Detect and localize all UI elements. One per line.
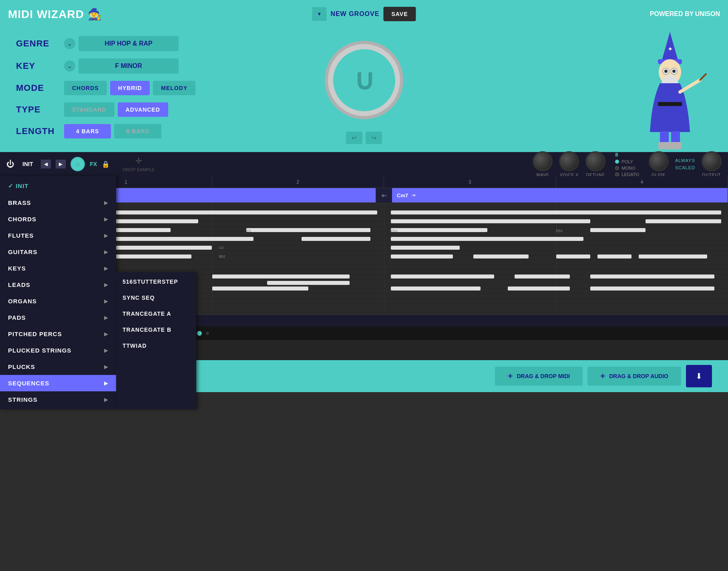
menu-plucked-strings[interactable]: PLUCKED STRINGS ▶ <box>0 342 116 359</box>
voice-knob[interactable] <box>559 151 579 171</box>
redo-button[interactable]: ↪ <box>366 132 382 144</box>
bar-4: 4 <box>556 176 728 188</box>
mono-radio[interactable]: MONO <box>615 166 639 170</box>
length-4bars-btn[interactable]: 4 BARS <box>64 124 111 138</box>
genre-label: GENRE <box>16 38 56 49</box>
menu-leads-label: LEADS <box>8 281 30 288</box>
submenu-ttwiad[interactable]: TTWIAD <box>116 338 196 354</box>
groove-dropdown-btn[interactable]: ▼ <box>312 7 327 21</box>
menu-pads[interactable]: PADS ▶ <box>0 309 116 326</box>
genre-control: ⌄ HIP HOP & RAP <box>64 36 179 51</box>
drop-sample-area[interactable]: ✛ DROP SAMPLE <box>115 156 163 172</box>
save-button[interactable]: SAVE <box>383 7 416 21</box>
genre-chevron-icon[interactable]: ⌄ <box>64 38 75 49</box>
type-control: STANDARD ADVANCED <box>64 102 168 117</box>
menu-pitched-percs-label: PITCHED PERCS <box>8 331 62 337</box>
menu-guitars[interactable]: GUITARS ▶ <box>0 244 116 260</box>
drag-drop-audio-btn[interactable]: ✛ DRAG & DROP AUDIO <box>587 367 681 386</box>
wizard-svg: ✦ <box>620 28 720 152</box>
submenu-trancegate-b-label: TRANCEGATE B <box>123 327 171 333</box>
submenu-trancegate-a[interactable]: TRANCEGATE A <box>116 306 196 322</box>
undo-button[interactable]: ↩ <box>346 132 362 144</box>
circle-outer: ∪ <box>328 44 400 116</box>
next-button[interactable]: ▶ <box>56 160 66 168</box>
top-center: ▼ NEW GROOVE SAVE <box>312 7 416 21</box>
mode-chords-btn[interactable]: CHORDS <box>64 81 107 95</box>
submenu-trancegate-b[interactable]: TRANCEGATE B <box>116 322 196 338</box>
menu-overlay: ✓ INIT BRASS ▶ CHORDS ▶ FLUTES ▶ GUITARS… <box>0 176 196 409</box>
glide-knob[interactable] <box>649 151 669 171</box>
genre-select[interactable]: HIP HOP & RAP <box>78 36 179 51</box>
organs-arrow-icon: ▶ <box>104 299 108 304</box>
wizard-arm <box>680 80 700 92</box>
poly-label: POLY <box>621 159 633 164</box>
menu-guitars-label: GUITARS <box>8 248 37 255</box>
key-select[interactable]: F MINOR <box>78 58 179 74</box>
brass-arrow-icon: ▶ <box>104 200 108 206</box>
type-label: TYPE <box>16 104 56 115</box>
type-advanced-btn[interactable]: ADVANCED <box>118 102 168 117</box>
voice-knob-group: VOICE # <box>559 151 579 177</box>
menu-organs[interactable]: ORGANS ▶ <box>0 293 116 309</box>
poly-num: 8 <box>615 152 639 158</box>
download-btn[interactable]: ⬇ <box>686 365 712 387</box>
note-lower-4 <box>515 274 569 278</box>
lock-icon: 🔒 <box>102 160 110 168</box>
wizard-left-boot <box>658 142 670 149</box>
detune-knob[interactable] <box>585 151 605 171</box>
note-lower-8 <box>212 287 309 291</box>
output-knob[interactable] <box>702 151 722 171</box>
menu-organs-label: ORGANS <box>8 298 37 305</box>
menu-init-label: ✓ INIT <box>8 182 29 190</box>
prev-button[interactable]: ◀ <box>41 160 51 168</box>
note-12 <box>590 228 645 232</box>
length-row: LENGTH 4 BARS 8 BARS <box>16 124 216 138</box>
menu-keys[interactable]: KEYS ▶ <box>0 260 116 276</box>
length-8bars-btn[interactable]: 8 BARS <box>114 124 161 138</box>
unison-small-btn[interactable]: ∪ <box>70 157 85 171</box>
mode-hybrid-btn[interactable]: HYBRID <box>110 81 150 95</box>
menu-flutes[interactable]: FLUTES ▶ <box>0 227 116 244</box>
drag-drop-midi-btn[interactable]: ✛ DRAG & DROP MIDI <box>495 367 583 386</box>
mode-melody-btn[interactable]: MELODY <box>153 81 195 95</box>
menu-pitched-percs[interactable]: PITCHED PERCS ▶ <box>0 326 116 342</box>
key-chevron-icon[interactable]: ⌄ <box>64 60 75 72</box>
submenu-trancegate-a-label: TRANCEGATE A <box>123 311 171 317</box>
note-5 <box>246 228 370 232</box>
bottom-right: ✛ DRAG & DROP MIDI ✛ DRAG & DROP AUDIO ⬇ <box>495 365 712 387</box>
init-label: INIT <box>22 161 33 167</box>
note-bb-block-1 <box>556 254 591 258</box>
note-lower-9 <box>391 287 480 291</box>
chord-cm7-icon: ⇥ <box>411 192 415 198</box>
chord-cm7[interactable]: Cm7 ⇥ <box>392 188 728 202</box>
note-13 <box>646 219 721 223</box>
scaled-label: SCALED <box>675 165 695 170</box>
type-standard-btn[interactable]: STANDARD <box>64 102 115 117</box>
menu-leads[interactable]: LEADS ▶ <box>0 276 116 293</box>
menu-chords[interactable]: CHORDS ▶ <box>0 211 116 227</box>
menu-brass[interactable]: BRASS ▶ <box>0 194 116 211</box>
submenu-516[interactable]: 516STUTTERSTEP <box>116 274 196 290</box>
top-bar: MIDI WIZARD 🧙 ▼ NEW GROOVE SAVE POWERED … <box>0 0 728 28</box>
menu-flutes-label: FLUTES <box>8 232 34 239</box>
circle-inner: ∪ <box>333 49 395 111</box>
note-10 <box>391 237 583 241</box>
mono-dot <box>615 166 619 170</box>
menu-strings[interactable]: STRINGS ▶ <box>0 391 116 408</box>
sequencer: ⏻ INIT ◀ ▶ ∪ FX 🔒 ✛ DROP SAMPLE WAVE VOI… <box>0 152 728 360</box>
menu-sequences[interactable]: SEQUENCES ▶ <box>0 375 116 391</box>
menu-plucks[interactable]: PLUCKS ▶ <box>0 359 116 375</box>
drag-midi-icon: ✛ <box>508 373 513 379</box>
submenu-sync[interactable]: SYNC SEQ <box>116 290 196 306</box>
strings-arrow-icon: ▶ <box>104 397 108 403</box>
bar-2: 2 <box>212 176 384 188</box>
length-control: 4 BARS 8 BARS <box>64 124 161 138</box>
unison-circle[interactable]: ∪ <box>328 44 400 116</box>
poly-radio[interactable]: POLY <box>615 159 639 164</box>
wave-knob[interactable] <box>533 151 553 171</box>
note-11 <box>508 219 590 223</box>
fx-label[interactable]: FX <box>90 161 97 167</box>
power-button[interactable]: ⏻ <box>6 160 14 169</box>
legato-dot <box>615 172 619 176</box>
menu-init[interactable]: ✓ INIT <box>0 178 116 194</box>
